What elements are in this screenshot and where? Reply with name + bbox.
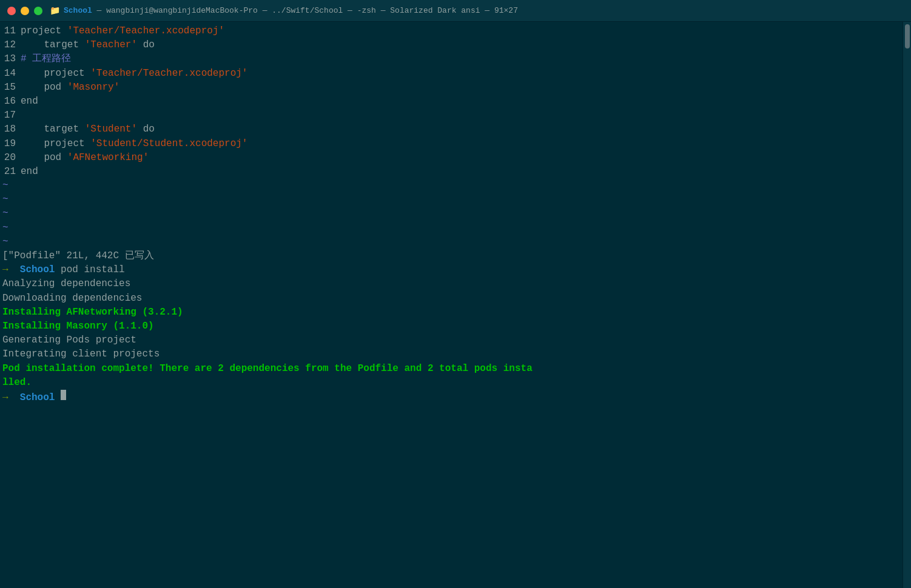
traffic-lights (7, 7, 42, 15)
code-text: do (137, 38, 155, 52)
code-string: 'Teacher' (85, 38, 137, 52)
output-masonry: Installing Masonry (1.1.0) (2, 319, 906, 333)
code-text: project (21, 67, 90, 81)
output-integrating: Integrating client projects (2, 347, 906, 361)
line-number: 20 (2, 151, 21, 165)
code-text: do (137, 122, 155, 136)
tilde-3: ~ (2, 207, 906, 221)
code-text: pod (21, 151, 67, 165)
output-text: Downloading dependencies (2, 292, 142, 306)
school-title-word: School (64, 6, 92, 15)
line-number: 19 (2, 137, 21, 151)
output-downloading: Downloading dependencies (2, 292, 906, 306)
code-text: project (21, 24, 67, 38)
close-button[interactable] (7, 7, 16, 15)
titlebar-text: School — wangbinji@wangbinjideMacBook-Pr… (64, 6, 518, 15)
scrollbar[interactable] (903, 22, 911, 588)
line-number: 13 (2, 52, 21, 66)
code-string: 'Masonry' (67, 81, 119, 95)
code-string: 'AFNetworking' (67, 151, 149, 165)
line-16: 16 end (2, 95, 906, 109)
line-number: 17 (2, 109, 21, 122)
tilde-2: ~ (2, 193, 906, 207)
prompt-school-1: School (20, 263, 55, 277)
output-text: Installing AFNetworking (3.2.1) (2, 306, 183, 319)
line-number: 12 (2, 38, 21, 52)
line-number: 16 (2, 95, 21, 109)
line-11: 11 project 'Teacher/Teacher.xcodeproj' (2, 24, 906, 38)
code-text: project (21, 137, 90, 151)
output-complete-1: Pod installation complete! There are 2 d… (2, 362, 906, 376)
output-text: lled. (2, 376, 32, 390)
code-text: end (21, 165, 38, 179)
code-text: end (21, 95, 38, 109)
minimize-button[interactable] (21, 7, 29, 15)
line-18: 18 target 'Student' do (2, 122, 906, 136)
status-line: ["Podfile" 21L, 442C 已写入 (2, 249, 906, 263)
code-text: pod (21, 81, 67, 95)
prompt-space-1 (8, 263, 20, 277)
code-comment: # 工程路径 (21, 52, 71, 66)
output-text: Analyzing dependencies (2, 277, 130, 291)
line-number: 14 (2, 67, 21, 81)
output-text: Generating Pods project (2, 333, 136, 347)
tilde-1: ~ (2, 179, 906, 193)
line-21: 21 end (2, 165, 906, 179)
status-text: ["Podfile" 21L, 442C 已写入 (2, 250, 154, 261)
prompt-line-1: → School pod install (2, 263, 906, 277)
line-13: 13 # 工程路径 (2, 52, 906, 66)
line-12: 12 target 'Teacher' do (2, 38, 906, 52)
code-text: target (21, 122, 85, 136)
folder-icon: 📁 (50, 5, 60, 16)
output-generating: Generating Pods project (2, 333, 906, 347)
output-afnetworking: Installing AFNetworking (3.2.1) (2, 306, 906, 319)
output-text: Pod installation complete! There are 2 d… (2, 362, 533, 376)
code-text: target (21, 38, 85, 52)
line-15: 15 pod 'Masonry' (2, 81, 906, 95)
titlebar: 📁 School — wangbinji@wangbinjideMacBook-… (0, 0, 911, 22)
prompt-school-2: School (20, 391, 55, 405)
tilde-5: ~ (2, 235, 906, 249)
line-number: 21 (2, 165, 21, 179)
output-text: Integrating client projects (2, 347, 160, 361)
terminal: 11 project 'Teacher/Teacher.xcodeproj' 1… (0, 22, 911, 588)
prompt-arrow-1: → (2, 263, 8, 277)
code-string: 'Student/Student.xcodeproj' (90, 137, 247, 151)
line-14: 14 project 'Teacher/Teacher.xcodeproj' (2, 67, 906, 81)
line-number: 18 (2, 122, 21, 136)
maximize-button[interactable] (34, 7, 42, 15)
line-number: 15 (2, 81, 21, 95)
tilde-4: ~ (2, 221, 906, 235)
code-string: 'Teacher/Teacher.xcodeproj' (90, 67, 247, 81)
prompt-line-2: → School (2, 390, 906, 405)
scrollbar-thumb[interactable] (905, 24, 910, 48)
prompt-arrow-2: → (2, 391, 8, 405)
prompt-command-1: pod install (55, 263, 124, 277)
line-17: 17 (2, 109, 906, 122)
code-string: 'Student' (85, 122, 137, 136)
code-string: 'Teacher/Teacher.xcodeproj' (67, 24, 224, 38)
prompt-space-after-school (55, 391, 61, 405)
titlebar-rest: — wangbinji@wangbinjideMacBook-Pro — ../… (92, 6, 518, 15)
line-number: 11 (2, 24, 21, 38)
output-text: Installing Masonry (1.1.0) (2, 319, 154, 333)
line-20: 20 pod 'AFNetworking' (2, 151, 906, 165)
line-19: 19 project 'Student/Student.xcodeproj' (2, 137, 906, 151)
output-complete-2: lled. (2, 376, 906, 390)
prompt-space-2 (8, 391, 20, 405)
output-analyzing: Analyzing dependencies (2, 277, 906, 291)
cursor (61, 390, 66, 400)
